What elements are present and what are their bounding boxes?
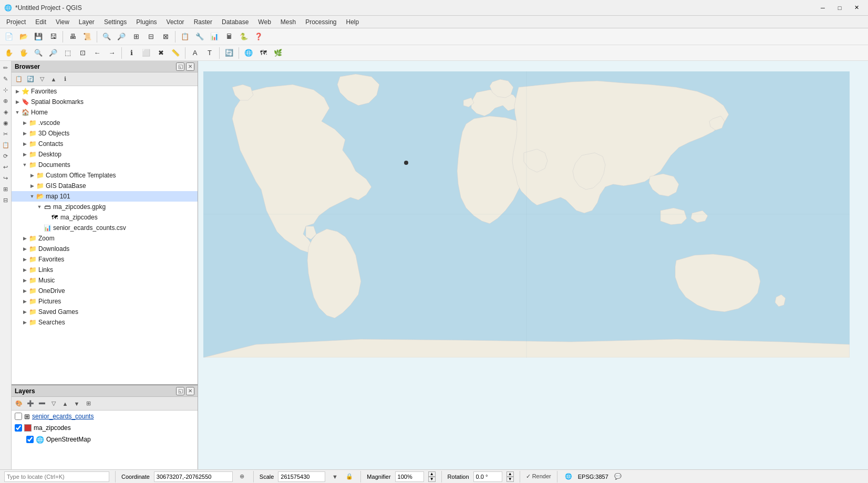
zoom-in-map-button[interactable]: 🔍 bbox=[32, 46, 45, 60]
layer-down-button[interactable]: ▼ bbox=[71, 398, 82, 409]
layer-checkbox-layer-senior[interactable] bbox=[15, 413, 22, 420]
locate-input[interactable] bbox=[4, 471, 109, 482]
tree-item-node-documents[interactable]: ▼📁Documents bbox=[12, 160, 198, 170]
tree-arrow-node-favorites2[interactable]: ▶ bbox=[21, 257, 28, 262]
zoom-out-map-button[interactable]: 🔎 bbox=[46, 46, 60, 60]
sidebar-undo-button[interactable]: ↩ bbox=[1, 162, 11, 172]
help-button[interactable]: ❓ bbox=[252, 30, 265, 44]
layer-up-button[interactable]: ▲ bbox=[60, 398, 70, 409]
lock-button[interactable]: 🔒 bbox=[344, 471, 355, 482]
tree-arrow-node-desktop[interactable]: ▶ bbox=[21, 152, 28, 157]
label-button[interactable]: A bbox=[188, 46, 202, 60]
tree-arrow-node-map101[interactable]: ▼ bbox=[28, 194, 36, 199]
tree-arrow-node-gpkg[interactable]: ▼ bbox=[36, 204, 43, 209]
browser-info-button[interactable]: ℹ bbox=[60, 74, 70, 85]
tree-item-node-pictures[interactable]: ▶📁Pictures bbox=[12, 296, 198, 307]
tree-arrow-node-favorites[interactable]: ▶ bbox=[14, 89, 21, 94]
sidebar-cut-button[interactable]: ✂ bbox=[1, 129, 11, 139]
tree-arrow-node-onedrive[interactable]: ▶ bbox=[21, 288, 28, 293]
layer-item-layer-mazip[interactable]: ma_zipcodes bbox=[12, 422, 198, 434]
tree-item-node-favorites[interactable]: ▶⭐Favorites bbox=[12, 86, 198, 97]
menubar-item-menu-processing[interactable]: Processing bbox=[301, 17, 340, 27]
layers-close-button[interactable]: ✕ bbox=[186, 387, 194, 395]
processing-toolbox-button[interactable]: 🔧 bbox=[193, 30, 206, 44]
menubar-item-menu-raster[interactable]: Raster bbox=[190, 17, 216, 27]
browser-tree[interactable]: ▶⭐Favorites▶🔖Spatial Bookmarks▼🏠Home▶📁.v… bbox=[12, 86, 198, 384]
browser-filter-button[interactable]: ▽ bbox=[37, 74, 47, 85]
save-as-button[interactable]: 🖫 bbox=[46, 30, 60, 44]
menubar-item-menu-database[interactable]: Database bbox=[218, 17, 253, 27]
tree-arrow-node-home[interactable]: ▼ bbox=[14, 110, 21, 115]
menubar-item-menu-vector[interactable]: Vector bbox=[162, 17, 189, 27]
browser-collapse-button[interactable]: ▲ bbox=[48, 74, 59, 85]
tree-arrow-node-searches[interactable]: ▶ bbox=[21, 320, 28, 325]
browser-float-button[interactable]: ◱ bbox=[176, 62, 184, 71]
tree-arrow-node-pictures[interactable]: ▶ bbox=[21, 299, 28, 304]
scale-input[interactable] bbox=[278, 471, 325, 482]
tree-item-node-downloads[interactable]: ▶📁Downloads bbox=[12, 244, 198, 254]
browser-add-button[interactable]: 📋 bbox=[14, 74, 24, 85]
layer-open-button[interactable]: 🎨 bbox=[14, 398, 24, 409]
tree-arrow-node-3d[interactable]: ▶ bbox=[21, 131, 28, 136]
globe-button[interactable]: 🌐 bbox=[242, 46, 255, 60]
layer-remove-button[interactable]: ➖ bbox=[37, 398, 47, 409]
magnifier-input[interactable] bbox=[395, 471, 424, 482]
identify-button[interactable]: ℹ bbox=[125, 46, 138, 60]
zoom-window-button[interactable]: ⬚ bbox=[61, 46, 75, 60]
sidebar-vertex-button[interactable]: ◈ bbox=[1, 107, 11, 117]
print-button[interactable]: 🖶 bbox=[66, 30, 79, 44]
save-project-button[interactable]: 💾 bbox=[32, 30, 45, 44]
pan-button[interactable]: ✋ bbox=[2, 46, 16, 60]
sidebar-paste-button[interactable]: 📋 bbox=[1, 140, 11, 150]
grass-button[interactable]: 🌿 bbox=[271, 46, 285, 60]
tree-item-node-bookmarks[interactable]: ▶🔖Spatial Bookmarks bbox=[12, 97, 198, 107]
tree-item-node-gis[interactable]: ▶📁GIS DataBase bbox=[12, 181, 198, 191]
coordinate-crs-button[interactable]: ⊕ bbox=[237, 471, 247, 482]
sidebar-edit-button[interactable]: ✏ bbox=[1, 63, 11, 72]
menubar-item-menu-web[interactable]: Web bbox=[254, 17, 275, 27]
menubar-item-menu-help[interactable]: Help bbox=[342, 17, 364, 27]
open-project-button[interactable]: 📂 bbox=[17, 30, 30, 44]
python-button[interactable]: 🐍 bbox=[237, 30, 251, 44]
tree-item-node-mazip[interactable]: 🗺ma_zipcodes bbox=[12, 212, 198, 223]
menubar-item-menu-plugins[interactable]: Plugins bbox=[132, 17, 161, 27]
globe2-button[interactable]: 🗺 bbox=[256, 46, 270, 60]
rotation-input[interactable] bbox=[473, 471, 502, 482]
zoom-full-button[interactable]: ⊞ bbox=[129, 30, 143, 44]
zoom-in-button[interactable]: 🔍 bbox=[100, 30, 113, 44]
tree-arrow-node-gis[interactable]: ▶ bbox=[28, 183, 36, 188]
tree-item-node-desktop[interactable]: ▶📁Desktop bbox=[12, 149, 198, 160]
tree-item-node-music[interactable]: ▶📁Music bbox=[12, 275, 198, 286]
tree-arrow-node-music[interactable]: ▶ bbox=[21, 278, 28, 283]
tree-item-node-onedrive[interactable]: ▶📁OneDrive bbox=[12, 286, 198, 296]
tree-item-node-savedgames[interactable]: ▶📁Saved Games bbox=[12, 307, 198, 317]
close-button[interactable]: ✕ bbox=[849, 3, 864, 13]
maximize-button[interactable]: □ bbox=[832, 3, 847, 13]
epsg-button[interactable]: 🌐 bbox=[563, 471, 574, 482]
sidebar-advanced-button[interactable]: ⊕ bbox=[1, 96, 11, 106]
menubar-item-menu-project[interactable]: Project bbox=[2, 17, 30, 27]
layer-add-button[interactable]: ➕ bbox=[25, 398, 36, 409]
measure-button[interactable]: 📏 bbox=[169, 46, 182, 60]
pan-to-button[interactable]: 🖐 bbox=[17, 46, 30, 60]
layer-checkbox-layer-mazip[interactable] bbox=[15, 424, 22, 432]
layer-item-layer-osm[interactable]: 🌐OpenStreetMap bbox=[12, 434, 198, 445]
minimize-button[interactable]: ─ bbox=[815, 3, 830, 13]
tree-arrow-node-savedgames[interactable]: ▶ bbox=[21, 309, 28, 314]
sidebar-draw-button[interactable]: ✎ bbox=[1, 74, 11, 83]
tree-item-node-vscode[interactable]: ▶📁.vscode bbox=[12, 118, 198, 128]
scale-down-button[interactable]: ▼ bbox=[329, 471, 340, 482]
tree-item-node-home[interactable]: ▼🏠Home bbox=[12, 107, 198, 118]
message-button[interactable]: 💬 bbox=[613, 471, 623, 482]
magnifier-down-button[interactable]: ▼ bbox=[428, 477, 436, 482]
refresh-button[interactable]: 🔄 bbox=[222, 46, 236, 60]
layer-item-layer-senior[interactable]: ⊞senior_ecards_counts bbox=[12, 411, 198, 422]
zoom-layer-button[interactable]: ⊟ bbox=[144, 30, 158, 44]
layer-group-button[interactable]: ⊞ bbox=[83, 398, 94, 409]
zoom-out-button[interactable]: 🔎 bbox=[115, 30, 128, 44]
zoom-native-button[interactable]: ⊡ bbox=[76, 46, 89, 60]
map-canvas[interactable] bbox=[198, 61, 868, 469]
tree-item-node-map101[interactable]: ▼📂map 101 bbox=[12, 191, 198, 202]
tree-item-node-zoom[interactable]: ▶📁Zoom bbox=[12, 233, 198, 244]
sidebar-merge-button[interactable]: ⊞ bbox=[1, 184, 11, 194]
